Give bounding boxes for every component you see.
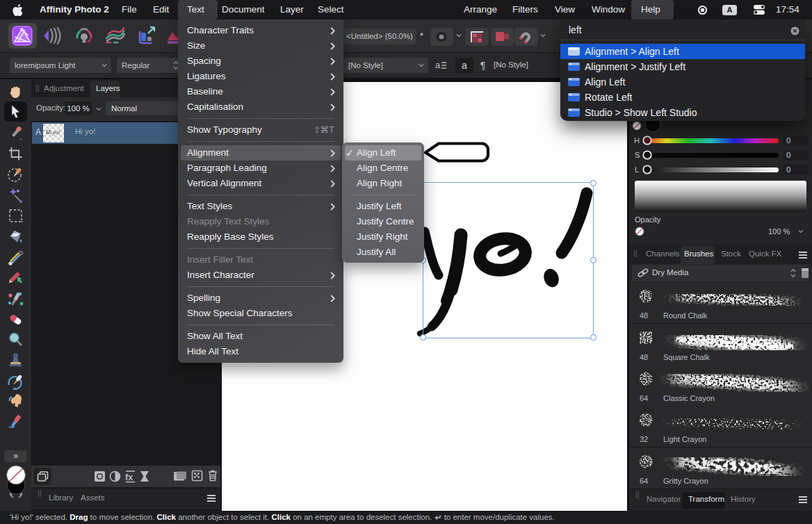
svg-text:Hi yo!: Hi yo! bbox=[45, 129, 60, 136]
svg-text:a: a bbox=[435, 60, 441, 70]
svg-text:fx: fx bbox=[125, 473, 133, 482]
